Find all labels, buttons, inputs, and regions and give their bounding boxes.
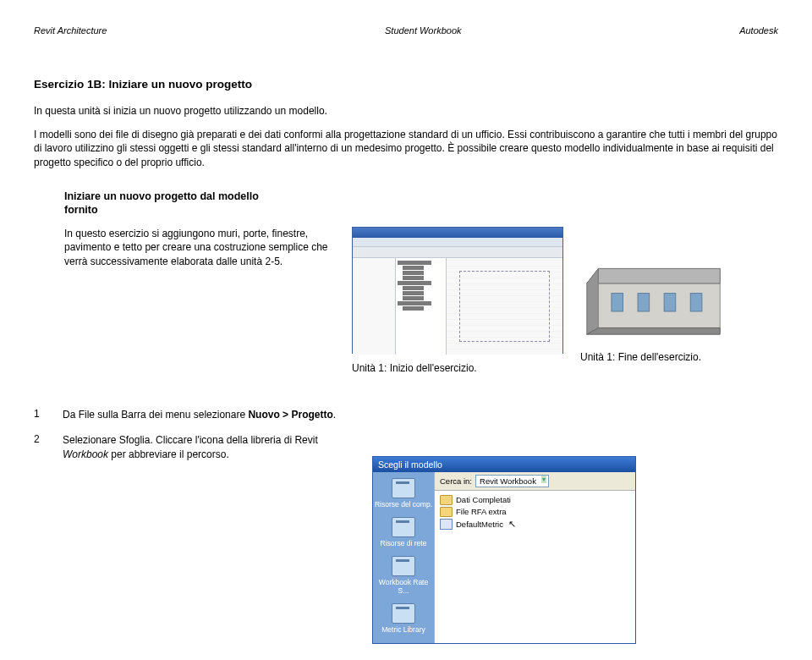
step-number: 2 — [34, 433, 63, 445]
header-right: Autodesk — [739, 25, 778, 36]
file-item-folder[interactable]: Dati Completati — [440, 494, 630, 506]
body-paragraph: I modelli sono dei file di disegno già p… — [34, 128, 778, 169]
place-metric-library[interactable]: Metric Library — [373, 601, 434, 640]
folder-icon — [392, 556, 415, 576]
cursor-icon: ↖ — [508, 519, 516, 530]
header-center: Student Workbook — [385, 25, 462, 36]
svg-marker-8 — [587, 328, 720, 335]
step-number: 1 — [34, 408, 63, 420]
step-1: 1 Da File sulla Barra dei menu seleziona… — [34, 408, 778, 421]
section-body: In questo esercizio si aggiungono muri, … — [64, 227, 335, 268]
screenshot-revit-start — [352, 227, 563, 354]
svg-rect-6 — [664, 294, 676, 311]
dialog-title: Scegli il modello — [373, 457, 635, 472]
folder-icon — [440, 507, 453, 517]
svg-rect-7 — [690, 294, 702, 311]
svg-marker-1 — [587, 269, 599, 335]
file-dialog: Scegli il modello Risorse del comp. Riso… — [372, 456, 636, 644]
file-item-template[interactable]: DefaultMetric ↖ — [440, 518, 630, 531]
svg-marker-3 — [598, 269, 720, 283]
figure-caption-start: Unità 1: Inizio dell'esercizio. — [352, 362, 477, 374]
file-item-folder[interactable]: File RFA extra — [440, 506, 630, 518]
folder-icon — [440, 495, 453, 505]
places-bar: Risorse del comp. Risorse di rete Workbo… — [373, 472, 434, 643]
file-list: Dati Completati File RFA extra DefaultMe… — [435, 491, 635, 534]
page-title: Esercizio 1B: Iniziare un nuovo progetto — [34, 78, 778, 91]
section-title: Iniziare un nuovo progetto dal modello f… — [64, 190, 778, 217]
dialog-toolbar: Cerca in: Revit Workbook — [435, 472, 635, 491]
svg-rect-5 — [638, 294, 650, 311]
lookin-combo[interactable]: Revit Workbook — [475, 475, 549, 487]
intro-paragraph: In questa unità si inizia un nuovo proge… — [34, 104, 778, 118]
place-network[interactable]: Risorse di rete — [373, 514, 434, 553]
page-header: Revit Architecture Student Workbook Auto… — [34, 25, 778, 36]
computer-icon — [392, 478, 415, 498]
place-workbook[interactable]: Workbook Rate S... — [373, 553, 434, 601]
step-text: Selezionare Sfoglia. Cliccare l'icona de… — [63, 433, 342, 460]
revit-template-icon — [440, 519, 453, 530]
figure-caption-end: Unità 1: Fine dell'esercizio. — [580, 351, 701, 363]
header-left: Revit Architecture — [34, 25, 107, 36]
network-icon — [392, 517, 415, 537]
step-text: Da File sulla Barra dei menu selezionare… — [63, 408, 342, 421]
folder-icon — [392, 603, 415, 624]
svg-rect-4 — [612, 294, 623, 311]
lookin-label: Cerca in: — [440, 476, 472, 486]
screenshot-house-end — [580, 252, 728, 343]
place-computer[interactable]: Risorse del comp. — [373, 476, 434, 514]
